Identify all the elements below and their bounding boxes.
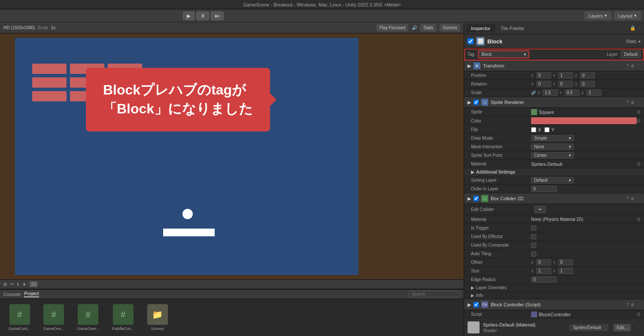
- offset-x-input[interactable]: [536, 259, 551, 266]
- rotation-label: Rotation: [471, 82, 531, 86]
- block: [32, 91, 67, 101]
- sorting-layer-dropdown[interactable]: Default ▾: [531, 177, 574, 183]
- color-swatch[interactable]: [531, 117, 637, 124]
- offset-y-input[interactable]: [558, 259, 573, 266]
- size-x-input[interactable]: [536, 268, 551, 274]
- flip-y-checkbox[interactable]: [544, 127, 550, 132]
- scale-z-input[interactable]: [586, 89, 601, 96]
- rotation-x-input[interactable]: [536, 81, 551, 87]
- edit-collider-button[interactable]: ✏: [535, 206, 546, 213]
- play-button[interactable]: ▶: [183, 12, 194, 20]
- layer-overrides-label: Layer Overrides: [476, 285, 507, 290]
- info-row[interactable]: ▶ Info: [464, 292, 644, 299]
- asset-item-0[interactable]: # GameCont...: [9, 304, 30, 331]
- script-picker-icon[interactable]: ⊙: [637, 312, 641, 317]
- sprite-renderer-help-icon[interactable]: ?: [626, 100, 629, 105]
- component-transform-header[interactable]: ▶ ⊕ Transform ? ⚙ ⋮: [464, 61, 644, 71]
- material-picker-icon[interactable]: ⊙: [637, 161, 641, 167]
- flip-x-checkbox[interactable]: [531, 127, 536, 132]
- material-settings-icon[interactable]: ⋮: [636, 325, 641, 330]
- play-focused-button[interactable]: Play Focused: [377, 24, 409, 31]
- play-controls: ▶ ⏸ ⏭: [183, 12, 224, 20]
- box-collider-help-icon[interactable]: ?: [626, 196, 629, 201]
- sprite-sort-point-dropdown[interactable]: Center ▾: [531, 152, 574, 159]
- shader-dropdown[interactable]: Sprites/Default: [570, 324, 608, 331]
- layout-dropdown[interactable]: Layout ▾: [614, 12, 641, 20]
- rotation-y-input[interactable]: [558, 81, 573, 87]
- edit-collider-label: Edit Collider: [471, 207, 531, 212]
- asset-item-3[interactable]: # PaddleCon...: [112, 304, 134, 331]
- box-collider-settings-icon[interactable]: ⚙: [631, 196, 635, 201]
- y-label-rot: Y: [553, 82, 557, 86]
- component-block-controller-header[interactable]: ▶ C# Block Controller (Script) ? ⚙ ⋮: [464, 299, 644, 310]
- order-in-layer-input[interactable]: [531, 186, 557, 192]
- lock-icon[interactable]: 🔒: [630, 25, 636, 31]
- box-collider-name: Box Collider 2D: [491, 196, 523, 201]
- tab-inspector[interactable]: Inspector: [466, 24, 495, 33]
- transform-help-icon[interactable]: ?: [626, 64, 629, 68]
- console-tab[interactable]: Console: [3, 292, 21, 297]
- additional-settings-label: Additional Settings: [476, 170, 515, 174]
- layer-overrides-row[interactable]: ▶ Layer Overrides: [464, 284, 644, 292]
- asset-item-2[interactable]: # GameOver...: [77, 304, 99, 331]
- block-controller-toggle[interactable]: [474, 302, 479, 307]
- speaker-icon: 🔊: [412, 25, 417, 30]
- edge-radius-input[interactable]: [531, 276, 557, 283]
- auto-tiling-checkbox[interactable]: [531, 251, 536, 257]
- edit-material-button[interactable]: Edit...: [614, 324, 631, 331]
- sprite-renderer-kebab-icon[interactable]: ⋮: [636, 100, 641, 105]
- block-controller-help-icon[interactable]: ?: [626, 302, 629, 307]
- used-by-composite-checkbox[interactable]: [531, 243, 536, 248]
- scale-xyz: 🔗 X Y Z: [531, 89, 641, 96]
- paddle: [163, 229, 215, 236]
- size-y-input[interactable]: [558, 268, 573, 274]
- sprite-renderer-settings-icon[interactable]: ⚙: [631, 100, 635, 105]
- layers-dropdown[interactable]: Layers ▾: [585, 12, 611, 20]
- sprite-picker-icon[interactable]: ⊙: [637, 109, 641, 115]
- search-input[interactable]: [409, 291, 460, 297]
- block-controller-settings-icon[interactable]: ⚙: [631, 302, 635, 307]
- tag-dropdown[interactable]: Block ▾: [478, 50, 529, 58]
- edit-collider-icon: ✏: [538, 207, 542, 212]
- component-sprite-renderer-header[interactable]: ▶ ◻ Sprite Renderer ? ⚙ ⋮: [464, 97, 644, 108]
- sprite-renderer-toggle[interactable]: [474, 100, 479, 105]
- box-collider-kebab-icon[interactable]: ⋮: [636, 196, 641, 201]
- asset-item-4[interactable]: 📁 Scenes: [147, 304, 168, 331]
- block-controller-kebab-icon[interactable]: ⋮: [636, 302, 641, 307]
- x-label-rot: X: [531, 82, 535, 86]
- additional-settings-header[interactable]: ▶ Additional Settings: [464, 168, 644, 176]
- edge-radius-row: Edge Radius: [464, 275, 644, 284]
- component-box-collider-header[interactable]: ▶ □ Box Collider 2D ? ⚙ ⋮: [464, 193, 644, 204]
- asset-label-2: GameOver...: [77, 327, 99, 331]
- step-button[interactable]: ⏭: [211, 12, 224, 20]
- tab-tile-palette[interactable]: Tile Palette: [495, 24, 529, 33]
- color-swatch-wrapper[interactable]: [531, 117, 637, 124]
- scale-x-input[interactable]: [543, 89, 558, 96]
- rotation-z-input[interactable]: [580, 81, 595, 87]
- is-trigger-checkbox[interactable]: [531, 226, 536, 231]
- draw-mode-dropdown[interactable]: Simple ▾: [531, 135, 574, 141]
- pause-button[interactable]: ⏸: [196, 12, 209, 20]
- collider-material-picker-icon[interactable]: ⊙: [637, 217, 641, 222]
- stats-button[interactable]: Stats: [420, 24, 436, 31]
- position-y-input[interactable]: [558, 72, 573, 79]
- layer-dropdown[interactable]: Default: [621, 51, 641, 58]
- box-collider-toggle[interactable]: [474, 196, 479, 201]
- object-active-checkbox[interactable]: [468, 38, 474, 44]
- mask-interaction-dropdown[interactable]: None ▾: [531, 144, 574, 150]
- project-tab[interactable]: Project: [24, 291, 39, 297]
- used-by-effector-checkbox[interactable]: [531, 234, 536, 239]
- draw-mode-label: Draw Mode: [471, 136, 531, 141]
- position-z-item: Z: [575, 72, 595, 79]
- kebab-icon[interactable]: ⋮: [638, 25, 642, 31]
- position-z-input[interactable]: [580, 72, 595, 79]
- position-x-input[interactable]: [536, 72, 551, 79]
- asset-item-1[interactable]: # GameOve...: [43, 304, 64, 331]
- rotation-x-item: X: [531, 81, 551, 87]
- gizmos-button[interactable]: Gizmos: [440, 24, 460, 31]
- z-label-pos: Z: [575, 73, 579, 78]
- scale-y-input[interactable]: [565, 89, 580, 96]
- transform-settings-icon[interactable]: ⚙: [631, 64, 635, 68]
- transform-kebab-icon[interactable]: ⋮: [636, 64, 641, 68]
- color-picker-icon[interactable]: ⊙: [637, 118, 641, 124]
